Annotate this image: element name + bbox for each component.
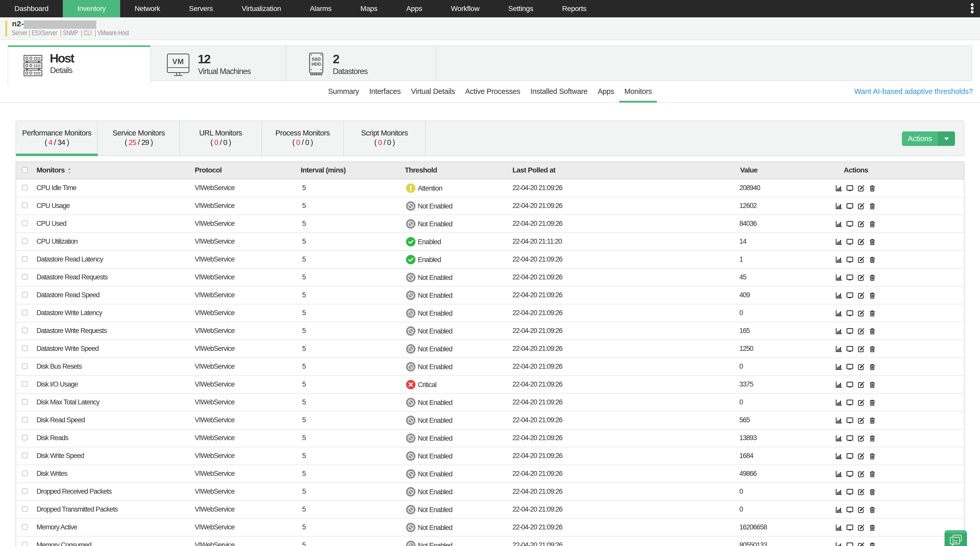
svg-text:HDD: HDD [312,62,321,67]
svg-text:VM: VM [172,57,184,65]
svg-text:SSD: SSD [312,57,321,62]
